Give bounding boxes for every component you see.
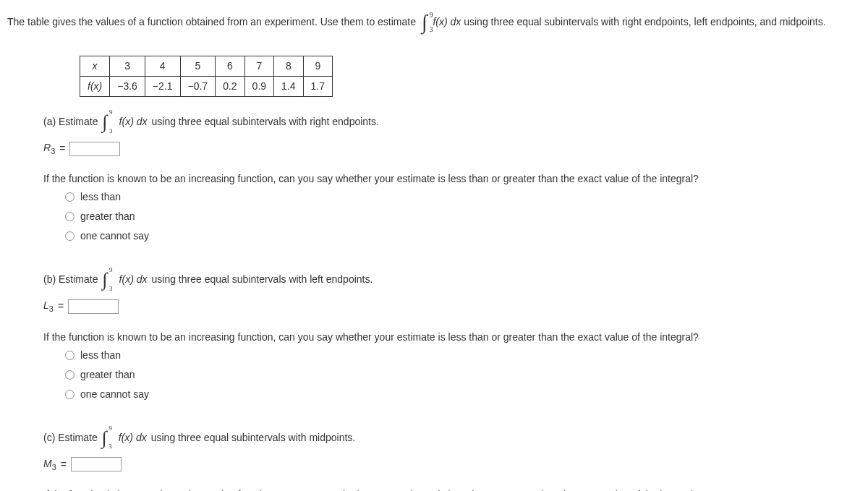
row-fx-label: f(x) — [80, 77, 110, 97]
integral-upper: 9 — [430, 9, 433, 20]
eq-c: = — [61, 457, 67, 472]
sub-b: 3 — [49, 304, 54, 313]
row-x-label: x — [80, 56, 110, 77]
option-label: one cannot say — [80, 229, 149, 244]
answer-c: M3 = — [43, 456, 861, 473]
integral-symbol: ∫93 — [422, 7, 427, 38]
radio-a-less[interactable] — [65, 192, 75, 202]
fx-val: 1.7 — [303, 77, 332, 97]
followup-a: If the function is known to be an increa… — [43, 171, 861, 187]
var-b: L — [43, 299, 49, 311]
x-val: 4 — [145, 56, 180, 77]
x-val: 8 — [274, 56, 303, 77]
answer-a: R3 = — [43, 140, 861, 157]
integrand-b: f(x) dx — [119, 272, 148, 287]
radio-a-greater[interactable] — [65, 212, 75, 221]
option-a-cannot: one cannot say — [65, 229, 861, 244]
question-b: (b) Estimate ∫93 f(x) dx using three equ… — [43, 265, 861, 294]
l3-input[interactable] — [68, 299, 119, 314]
radio-a-cannot[interactable] — [65, 231, 75, 241]
desc-a: using three equal subintervals with righ… — [151, 114, 378, 129]
option-b-less: less than — [65, 348, 861, 363]
option-a-greater: greater than — [65, 209, 861, 224]
x-val: 5 — [180, 56, 216, 77]
option-label: one cannot say — [80, 387, 149, 402]
part-c: (c) Estimate ∫93 f(x) dx using three equ… — [7, 424, 861, 491]
part-a-label: (a) Estimate — [43, 114, 98, 129]
integrand: f(x) dx — [433, 16, 461, 27]
table-row-x: x 3 4 5 6 7 8 9 — [80, 56, 333, 77]
radio-b-cannot[interactable] — [65, 390, 75, 399]
part-b-label: (b) Estimate — [43, 272, 98, 287]
x-val: 6 — [216, 56, 244, 77]
option-b-greater: greater than — [65, 367, 861, 383]
option-label: less than — [80, 348, 121, 363]
fx-val: −3.6 — [110, 77, 145, 97]
sub-c: 3 — [52, 462, 56, 471]
integral-b: ∫93 — [102, 265, 114, 294]
desc-b: using three equal subintervals with left… — [151, 272, 373, 287]
part-a: (a) Estimate ∫93 f(x) dx using three equ… — [7, 108, 861, 244]
answer-b: L3 = — [43, 298, 861, 315]
part-b: (b) Estimate ∫93 f(x) dx using three equ… — [7, 265, 861, 401]
var-a: R — [43, 142, 51, 153]
fx-val: 0.9 — [244, 77, 273, 97]
integrand-a: f(x) dx — [119, 114, 148, 129]
intro-before: The table gives the values of a function… — [7, 16, 416, 27]
eq-b: = — [58, 299, 64, 314]
intro-text: The table gives the values of a function… — [7, 7, 861, 38]
options-b: less than greater than one cannot say — [65, 348, 861, 402]
x-val: 7 — [244, 56, 273, 77]
data-table: x 3 4 5 6 7 8 9 f(x) −3.6 −2.1 −0.7 0.2 … — [80, 56, 333, 97]
m3-input[interactable] — [71, 457, 122, 471]
option-b-cannot: one cannot say — [65, 387, 861, 402]
question-c: (c) Estimate ∫93 f(x) dx using three equ… — [43, 424, 861, 452]
integral-lower: 3 — [430, 24, 433, 35]
desc-c: using three equal subintervals with midp… — [151, 430, 356, 445]
radio-b-less[interactable] — [65, 351, 75, 360]
sub-a: 3 — [51, 147, 55, 155]
option-a-less: less than — [65, 189, 861, 205]
option-label: greater than — [80, 367, 135, 383]
option-label: less than — [80, 189, 121, 205]
r3-input[interactable] — [69, 142, 120, 156]
fx-val: −2.1 — [145, 77, 180, 97]
integral-c: ∫93 — [102, 424, 114, 452]
option-label: greater than — [80, 209, 135, 224]
eq-a: = — [59, 141, 65, 156]
part-c-label: (c) Estimate — [43, 430, 98, 445]
fx-val: 0.2 — [216, 77, 244, 97]
radio-b-greater[interactable] — [65, 370, 75, 380]
followup-c: If the function is known to be an increa… — [43, 487, 861, 491]
fx-val: 1.4 — [274, 77, 303, 97]
fx-val: −0.7 — [180, 77, 216, 97]
table-row-fx: f(x) −3.6 −2.1 −0.7 0.2 0.9 1.4 1.7 — [80, 77, 333, 97]
var-c: M — [43, 458, 52, 469]
intro-after: using three equal subintervals with righ… — [464, 16, 825, 27]
x-val: 9 — [303, 56, 332, 77]
x-val: 3 — [110, 56, 145, 77]
question-a: (a) Estimate ∫93 f(x) dx using three equ… — [43, 108, 861, 136]
integrand-c: f(x) dx — [119, 430, 147, 445]
followup-b: If the function is known to be an increa… — [43, 330, 861, 345]
options-a: less than greater than one cannot say — [65, 189, 861, 244]
integral-a: ∫93 — [102, 108, 114, 136]
